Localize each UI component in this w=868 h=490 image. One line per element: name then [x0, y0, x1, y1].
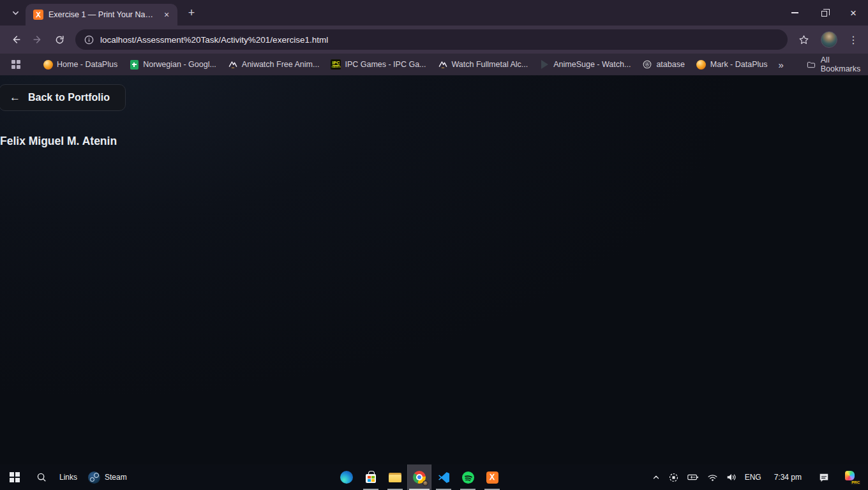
- site-info-button[interactable]: [84, 35, 94, 45]
- back-arrow-icon: [10, 34, 22, 45]
- bookmark-ipc-games[interactable]: IPC GAMES IPC Games - IPC Ga...: [325, 57, 431, 72]
- chrome-profile-badge: [423, 480, 428, 486]
- tab-close-button[interactable]: ×: [161, 9, 172, 20]
- bookmark-home-dataplus[interactable]: Home - DataPlus: [37, 57, 123, 72]
- xampp-favicon-icon: ꓫ: [33, 10, 43, 20]
- prc-colorful-icon: PRC: [845, 471, 859, 484]
- apps-grid-icon[interactable]: [11, 60, 20, 69]
- profile-avatar[interactable]: [821, 31, 837, 48]
- new-tab-button[interactable]: +: [183, 4, 200, 22]
- bookmark-star-button[interactable]: [793, 29, 814, 50]
- star-icon: [798, 34, 809, 45]
- speaker-icon: [726, 472, 737, 482]
- knot-icon: [642, 59, 652, 70]
- vscode-taskbar-button[interactable]: [431, 464, 456, 490]
- bookmark-label: Mark - DataPlus: [710, 60, 768, 69]
- ipc-games-icon: IPC GAMES: [331, 59, 341, 70]
- spotify-icon: [462, 471, 474, 484]
- windows-logo-icon: [10, 472, 20, 482]
- aniwatch-icon: [438, 59, 448, 70]
- browser-toolbar: localhost/Assessment%20Task/Activity%201…: [0, 26, 868, 54]
- microsoft-store-taskbar-button[interactable]: [359, 464, 383, 490]
- windows-ink-button[interactable]: [664, 464, 683, 490]
- prc-widget-button[interactable]: PRC: [837, 464, 867, 490]
- action-center-button[interactable]: [811, 464, 837, 490]
- reload-icon: [54, 34, 65, 45]
- links-toolbar-label[interactable]: Links: [54, 473, 83, 482]
- steam-taskbar-item[interactable]: Steam: [83, 464, 132, 490]
- tab-search-button[interactable]: [6, 4, 24, 22]
- taskbar-search-button[interactable]: [29, 464, 54, 490]
- windows-ink-icon: [668, 472, 679, 483]
- bookmark-label: Aniwatch Free Anim...: [242, 60, 320, 69]
- printed-name-text: Felix Miguel M. Atenin: [0, 135, 117, 148]
- start-button[interactable]: [0, 464, 29, 490]
- search-icon: [36, 471, 47, 483]
- reload-button[interactable]: [49, 29, 70, 50]
- bookmark-fullmetal[interactable]: Watch Fullmetal Alc...: [432, 57, 534, 72]
- edge-taskbar-button[interactable]: [334, 464, 359, 490]
- taskbar-left: Links Steam: [0, 464, 132, 490]
- file-explorer-icon: [389, 473, 401, 482]
- browser-tab[interactable]: ꓫ Exercise 1 — Print Your Name ×: [26, 4, 177, 26]
- clock[interactable]: 7:34 pm: [765, 464, 811, 490]
- windows-taskbar: Links Steam: [0, 464, 868, 490]
- bookmark-label: Norwegian - Googl...: [143, 60, 216, 69]
- xampp-icon: ꓫ: [486, 471, 498, 484]
- system-tray: ENG 7:34 pm PRC: [648, 464, 867, 490]
- window-controls: ×: [780, 0, 868, 26]
- battery-button[interactable]: [683, 464, 703, 490]
- all-bookmarks-button[interactable]: All Bookmarks: [802, 53, 868, 76]
- action-center-icon: [818, 472, 830, 483]
- folder-icon: [807, 60, 816, 70]
- google-sheets-icon: [129, 59, 139, 70]
- spotify-taskbar-button[interactable]: [456, 464, 480, 490]
- minimize-button[interactable]: [780, 0, 809, 26]
- tray-overflow-button[interactable]: [648, 464, 664, 490]
- forward-nav-button[interactable]: [27, 29, 49, 50]
- bookmark-animesuge[interactable]: AnimeSuge - Watch...: [534, 57, 636, 72]
- language-label: ENG: [745, 473, 761, 482]
- time-label: 7:34 pm: [774, 473, 802, 482]
- bookmark-label: IPC Games - IPC Ga...: [345, 60, 426, 69]
- bookmark-label: Watch Fullmetal Alc...: [452, 60, 528, 69]
- xampp-taskbar-button[interactable]: ꓫ: [480, 464, 504, 490]
- close-button[interactable]: ×: [839, 0, 868, 26]
- edge-icon: [340, 471, 353, 484]
- volume-button[interactable]: [722, 464, 741, 490]
- language-indicator[interactable]: ENG: [741, 464, 765, 490]
- bookmark-label: Home - DataPlus: [57, 60, 117, 69]
- play-triangle-icon: [539, 59, 550, 70]
- restore-button[interactable]: [809, 0, 839, 26]
- back-to-portfolio-button[interactable]: ← Back to Portfolio: [0, 84, 126, 111]
- chrome-taskbar-button[interactable]: [407, 464, 431, 490]
- bookmark-label: atabase: [656, 60, 684, 69]
- close-icon: ×: [850, 8, 857, 19]
- url-text[interactable]: localhost/Assessment%20Task/Activity%201…: [100, 35, 328, 45]
- info-icon: [84, 35, 94, 45]
- wifi-icon: [707, 473, 718, 482]
- back-nav-button[interactable]: [5, 29, 27, 50]
- address-bar[interactable]: localhost/Assessment%20Task/Activity%201…: [75, 29, 788, 50]
- wifi-button[interactable]: [703, 464, 722, 490]
- taskbar-apps: ꓫ: [334, 464, 504, 490]
- bookmarks-overflow-button[interactable]: »: [773, 57, 788, 73]
- bookmarks-bar: Home - DataPlus Norwegian - Googl... Ani…: [0, 54, 868, 75]
- forward-arrow-icon: [32, 34, 43, 45]
- bookmark-aniwatch[interactable]: Aniwatch Free Anim...: [222, 57, 326, 72]
- all-bookmarks-label: All Bookmarks: [821, 56, 863, 73]
- microsoft-store-icon: [366, 474, 376, 483]
- bookmark-atabase[interactable]: atabase: [636, 57, 690, 72]
- bookmark-mark-dataplus[interactable]: Mark - DataPlus: [691, 57, 774, 72]
- steam-label: Steam: [105, 473, 127, 482]
- aniwatch-icon: [228, 59, 238, 70]
- bookmark-label: AnimeSuge - Watch...: [553, 60, 631, 69]
- back-button-label: Back to Portfolio: [28, 92, 110, 103]
- bookmark-norwegian[interactable]: Norwegian - Googl...: [123, 57, 222, 72]
- chevron-up-icon: [652, 473, 661, 482]
- file-explorer-taskbar-button[interactable]: [383, 464, 407, 490]
- minimize-icon: [791, 12, 798, 13]
- chevron-down-icon: [11, 9, 20, 17]
- browser-menu-button[interactable]: ⋮: [844, 29, 863, 50]
- restore-icon: [821, 11, 827, 17]
